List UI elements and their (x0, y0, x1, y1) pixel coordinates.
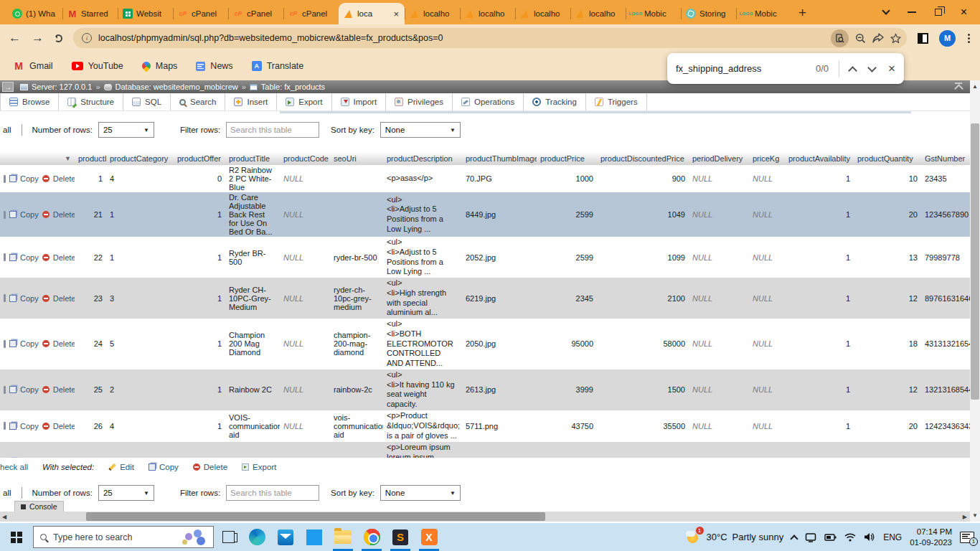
taskbar-search-box[interactable]: Type here to search (33, 526, 214, 548)
column-header-seoUri[interactable]: seoUri (330, 152, 383, 165)
row-delete-link[interactable]: Delete (53, 210, 75, 219)
tab-close-icon[interactable]: × (392, 9, 400, 19)
sublime-button[interactable]: S (386, 523, 415, 551)
pma-tab-tracking[interactable]: Tracking (524, 93, 586, 110)
filter-rows-input[interactable] (226, 485, 319, 501)
row-copy-link[interactable]: Copy (20, 339, 39, 348)
table-row[interactable]: CopyDelete2771Test ChairsNULLtest-chairs… (0, 442, 970, 458)
edit-link-clipped-icon[interactable] (4, 386, 6, 394)
pma-tab-operations[interactable]: Operations (453, 93, 524, 110)
vscode-button[interactable] (300, 523, 329, 551)
browser-tab[interactable]: localho (460, 3, 515, 24)
show-all-label-partial[interactable]: all (3, 126, 11, 134)
find-previous-button[interactable] (848, 66, 857, 75)
pma-tab-import[interactable]: Import (332, 93, 387, 110)
pma-tab-insert[interactable]: Insert (225, 93, 277, 110)
browser-tab[interactable]: Storing (681, 3, 736, 24)
column-header-GstNumber[interactable]: GstNumber (921, 152, 970, 165)
column-header-productOffer[interactable]: productOffer (174, 152, 225, 165)
start-button[interactable] (0, 523, 33, 551)
column-header-productQuantity[interactable]: productQuantity (854, 152, 921, 165)
edge-button[interactable] (242, 523, 271, 551)
mail-button[interactable] (271, 523, 300, 551)
volume-icon[interactable] (864, 532, 875, 542)
scroll-to-top-icon[interactable] (954, 83, 963, 90)
edit-link-clipped-icon[interactable] (4, 422, 6, 430)
column-header-priceKg[interactable]: priceKg (749, 152, 785, 165)
wifi-icon[interactable] (844, 533, 856, 542)
weather-widget[interactable]: 1 30°C Partly sunny (686, 529, 784, 545)
browser-tab[interactable]: cPcPanel (173, 3, 228, 24)
new-tab-button[interactable]: + (798, 5, 806, 21)
bookmark-gmail[interactable]: MGmail (13, 60, 53, 72)
bookmark-translate[interactable]: ATranslate (252, 61, 304, 71)
zoom-out-icon[interactable] (855, 33, 866, 44)
column-header-productID[interactable]: productID (75, 152, 106, 165)
breadcrumb-server[interactable]: Server: 127.0.0.1 (32, 83, 92, 91)
row-delete-link[interactable]: Delete (53, 253, 75, 262)
row-copy-link[interactable]: Copy (20, 294, 39, 303)
address-bar[interactable]: i localhost/phpmyadmin/sql.php?db=websit… (73, 28, 907, 48)
notification-icon[interactable]: 1 (960, 532, 974, 543)
horizontal-scroll-thumb[interactable] (86, 512, 545, 521)
vertical-scrollbar[interactable]: ▲ ▼ (970, 80, 980, 522)
browser-tab[interactable]: localho (515, 3, 570, 24)
row-copy-link[interactable]: Copy (20, 174, 39, 183)
file-explorer-button[interactable] (329, 523, 357, 551)
reload-button[interactable] (55, 34, 62, 42)
close-window-button[interactable]: × (961, 9, 967, 16)
column-header-productAvailablity[interactable]: productAvailablity (785, 152, 854, 165)
row-copy-link[interactable]: Copy (20, 253, 39, 262)
table-row[interactable]: CopyDelete2111Dr. Care Adjustable Back R… (0, 192, 970, 237)
pma-tab-structure[interactable]: Structure (59, 93, 123, 110)
pma-tab-browse[interactable]: Browse (0, 93, 59, 110)
table-row[interactable]: CopyDelete2451Champion 200 Mag DiamondNU… (0, 319, 970, 369)
browser-menu-icon[interactable] (966, 34, 971, 43)
chrome-button[interactable] (357, 523, 386, 551)
column-options-caret-icon[interactable]: ▼ (65, 155, 71, 162)
row-copy-link[interactable]: Copy (20, 210, 39, 219)
back-button[interactable]: ← (9, 31, 21, 45)
sidebar-extension-icon[interactable] (918, 33, 928, 44)
browser-tab[interactable]: localho (405, 3, 460, 24)
edit-link-clipped-icon[interactable] (4, 253, 6, 261)
sort-by-key-select[interactable]: None▼ (380, 485, 461, 501)
battery-icon[interactable] (824, 533, 837, 542)
console-tab[interactable]: Console (14, 501, 64, 512)
bookmark-youtube[interactable]: YouTube (72, 61, 123, 71)
pma-tab-sql[interactable]: SQL (123, 93, 171, 110)
tray-expand-chevron-icon[interactable] (790, 534, 798, 542)
scroll-right-arrow[interactable]: ▶ (963, 514, 967, 520)
scroll-left-arrow[interactable]: ◀ (2, 514, 6, 520)
bookmark-maps[interactable]: Maps (142, 61, 178, 71)
find-next-button[interactable] (867, 63, 877, 72)
table-row[interactable]: CopyDelete140R2 Rainbow 2 PC White-BlueN… (0, 165, 970, 192)
restore-button[interactable] (935, 9, 942, 16)
browser-tab[interactable]: cPcPanel (228, 3, 283, 24)
pma-tab-export[interactable]: Export (277, 93, 331, 110)
number-of-rows-select[interactable]: 25▼ (98, 485, 154, 501)
browser-tab[interactable]: Websit (118, 3, 173, 24)
browser-tab[interactable]: LOGOMobic (626, 3, 681, 24)
column-header-productPrice[interactable]: productPrice (537, 152, 597, 165)
url-text[interactable]: localhost/phpmyadmin/sql.php?db=websited… (98, 33, 824, 43)
clock[interactable]: 07:14 PM 01-09-2023 (910, 527, 952, 548)
browser-tab[interactable]: localho (570, 3, 626, 24)
edit-link-clipped-icon[interactable] (4, 340, 6, 348)
forward-button[interactable]: → (32, 31, 44, 45)
row-delete-link[interactable]: Delete (53, 339, 75, 348)
browser-tab[interactable]: (1) Wha (7, 3, 62, 24)
column-header-productCategory[interactable]: productCategory (106, 152, 174, 165)
table-row[interactable]: CopyDelete2641VOIS-communication aidNULL… (0, 410, 970, 442)
column-options-header[interactable]: ▼ (0, 152, 75, 165)
xampp-button[interactable]: X (415, 523, 443, 551)
table-row[interactable]: CopyDelete2211Ryder BR-500NULLryder-br-5… (0, 237, 970, 278)
table-row[interactable]: CopyDelete2331Ryder CH-10PC-Grey-MediumN… (0, 278, 970, 319)
column-header-periodDelivery[interactable]: periodDelivery (689, 152, 749, 165)
sort-by-key-select[interactable]: None▼ (380, 122, 461, 138)
vertical-scroll-thumb[interactable] (971, 123, 979, 400)
pma-tab-triggers[interactable]: Triggers (586, 93, 647, 110)
scroll-up-arrow[interactable]: ▲ (972, 83, 978, 90)
bookmark-news[interactable]: News (196, 61, 232, 71)
row-copy-link[interactable]: Copy (20, 422, 39, 430)
